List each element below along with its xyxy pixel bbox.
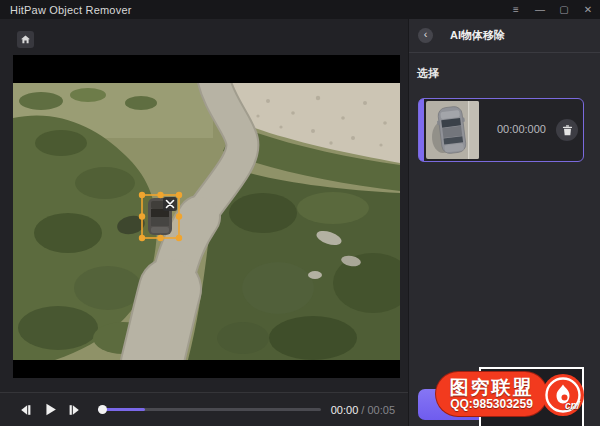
- window-controls: ≡ — ▢ ✕: [504, 0, 600, 19]
- remove-selection-icon[interactable]: [163, 197, 177, 211]
- object-timestamp: 00:00:000: [497, 123, 546, 135]
- home-button[interactable]: [17, 31, 34, 48]
- time-display: 00:00 / 00:05: [331, 404, 395, 416]
- car-thumbnail-image: [426, 101, 479, 159]
- video-frame[interactable]: [13, 83, 400, 360]
- card-accent-strip: [419, 99, 424, 161]
- selected-object-card[interactable]: 00:00:000: [418, 98, 584, 162]
- seek-bar-knob[interactable]: [98, 405, 107, 414]
- next-frame-button[interactable]: [64, 400, 86, 420]
- time-separator: /: [361, 404, 364, 416]
- watermark-title: 图穷联盟: [450, 378, 534, 398]
- minimize-icon[interactable]: —: [528, 0, 552, 19]
- previous-frame-button[interactable]: [14, 400, 36, 420]
- watermark-badge: 图穷联盟 QQ:985303259: [435, 371, 548, 417]
- watermark-qq: QQ:985303259: [450, 398, 533, 411]
- total-time: 00:05: [367, 404, 395, 416]
- transport-bar: 00:00 / 00:05: [0, 392, 408, 426]
- sidebar: ‹ AI物体移除 选择: [408, 19, 600, 426]
- play-icon: [43, 402, 58, 417]
- watermark-url: cn/: [565, 400, 579, 411]
- selection-box[interactable]: [139, 192, 182, 241]
- current-time: 00:00: [331, 404, 359, 416]
- home-icon: [20, 34, 31, 45]
- app-title: HitPaw Object Remover: [10, 4, 132, 16]
- sidebar-header: ‹ AI物体移除: [409, 19, 600, 53]
- select-section-label: 选择: [417, 66, 439, 81]
- delete-object-button[interactable]: [556, 119, 578, 141]
- object-thumbnail: [426, 101, 479, 159]
- menu-icon[interactable]: ≡: [504, 0, 528, 19]
- video-stage: [13, 55, 400, 378]
- back-button[interactable]: ‹: [418, 28, 433, 43]
- trash-icon: [562, 124, 573, 136]
- close-icon[interactable]: ✕: [576, 0, 600, 19]
- step-back-icon: [18, 403, 32, 417]
- app-window: HitPaw Object Remover ≡ — ▢ ✕: [0, 0, 600, 426]
- play-button[interactable]: [39, 400, 61, 420]
- back-icon: ‹: [424, 28, 428, 40]
- step-forward-icon: [68, 403, 82, 417]
- maximize-icon[interactable]: ▢: [552, 0, 576, 19]
- preview-panel: 00:00 / 00:05: [0, 19, 408, 426]
- titlebar: HitPaw Object Remover ≡ — ▢ ✕: [0, 0, 600, 19]
- content: 00:00 / 00:05 ‹ AI物体移除 选择: [0, 19, 600, 426]
- seek-bar[interactable]: [98, 408, 321, 411]
- panel-title: AI物体移除: [450, 28, 505, 43]
